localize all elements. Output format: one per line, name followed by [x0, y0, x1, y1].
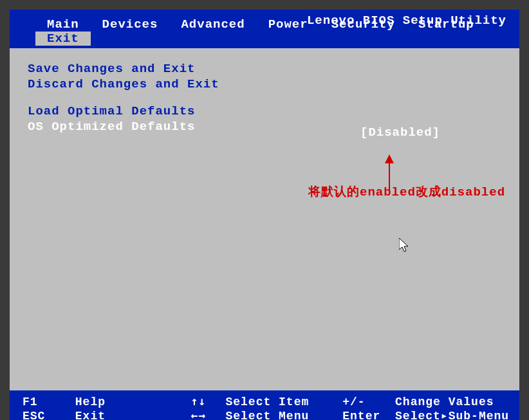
menu-discard-changes-exit[interactable]: Discard Changes and Exit	[28, 77, 501, 92]
svg-marker-1	[385, 154, 394, 163]
tab-bar: Main Devices Advanced Power Security Sta…	[10, 17, 519, 46]
footer-key-leftright: ←→	[180, 408, 218, 420]
tab-main[interactable]: Main	[35, 17, 91, 32]
annotation-text: 将默认的enabled改成disabled	[308, 183, 505, 200]
tab-exit[interactable]: Exit	[35, 32, 91, 46]
value-os-optimized-defaults[interactable]: [Disabled]	[360, 125, 440, 140]
footer-label-change-values: Change Values	[395, 396, 529, 408]
menu-load-optimal-defaults[interactable]: Load Optimal Defaults	[28, 104, 501, 119]
content-area: Save Changes and Exit Discard Changes an…	[10, 48, 519, 390]
tab-power[interactable]: Power	[257, 17, 320, 32]
footer-key-updown: ↑↓	[180, 394, 218, 408]
footer-help-bar: F1 Help ↑↓ Select Item +/- Change Values…	[10, 390, 519, 420]
tab-security[interactable]: Security	[320, 17, 407, 32]
footer-key-enter: Enter	[342, 410, 387, 420]
footer-key-f1: F1	[23, 396, 68, 408]
tab-startup[interactable]: Startup	[407, 17, 486, 32]
tab-advanced[interactable]: Advanced	[169, 17, 256, 32]
header-bar: Lenovo BIOS Setup Utility Main Devices A…	[10, 10, 519, 48]
footer-key-esc: ESC	[23, 410, 68, 420]
footer-label-select-submenu: Select▸Sub-Menu	[395, 408, 529, 420]
cursor-icon	[399, 238, 411, 253]
bios-screen: Lenovo BIOS Setup Utility Main Devices A…	[10, 10, 519, 420]
footer-key-plusminus: +/-	[342, 396, 387, 408]
tab-devices[interactable]: Devices	[91, 17, 170, 32]
footer-label-exit: Exit	[75, 410, 172, 420]
footer-label-help: Help	[75, 396, 172, 408]
footer-label-select-menu: Select Menu	[225, 410, 335, 420]
menu-save-changes-exit[interactable]: Save Changes and Exit	[28, 61, 501, 77]
menu-group-exit: Save Changes and Exit Discard Changes an…	[28, 61, 501, 92]
footer-label-select-item: Select Item	[225, 396, 335, 408]
